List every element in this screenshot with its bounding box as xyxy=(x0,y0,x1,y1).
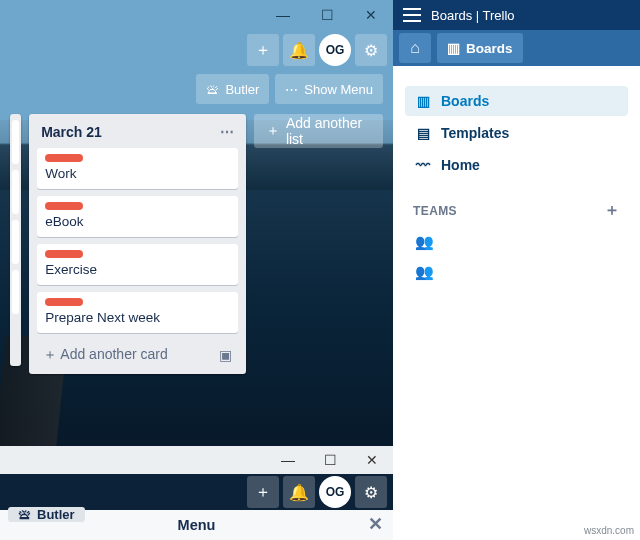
card-partial[interactable] xyxy=(12,220,19,264)
sidebar-item-label: Boards xyxy=(441,93,489,109)
card-partial[interactable] xyxy=(12,120,19,164)
card-title: Exercise xyxy=(45,262,230,277)
add-button[interactable]: ＋ xyxy=(247,34,279,66)
list-menu-button[interactable]: ⋯ xyxy=(220,124,234,140)
add-card-row: ＋ Add another card ▣ xyxy=(37,340,238,366)
card-partial[interactable] xyxy=(12,270,19,314)
boards-icon: ▥ xyxy=(415,93,431,109)
add-team-button[interactable]: ＋ xyxy=(604,200,620,221)
card-template-button[interactable]: ▣ xyxy=(219,347,232,363)
list-march-21: March 21 ⋯ Work eBook Exercise Prepare N… xyxy=(29,114,246,374)
show-menu-label: Show Menu xyxy=(304,82,373,97)
maximize-button[interactable]: ☐ xyxy=(305,0,349,30)
board-canvas[interactable]: March 21 ⋯ Work eBook Exercise Prepare N… xyxy=(0,108,393,380)
team-icon: 👥 xyxy=(415,233,434,250)
window-title: Boards | Trello xyxy=(431,8,515,23)
settings-button[interactable]: ⚙ xyxy=(355,34,387,66)
robot-icon: 🛎 xyxy=(18,507,31,522)
boards-icon: ▥ xyxy=(447,40,460,56)
card[interactable]: eBook xyxy=(37,196,238,237)
card-label-red[interactable] xyxy=(45,202,83,210)
sidebar-item-label: Home xyxy=(441,157,480,173)
notifications-button[interactable]: 🔔 xyxy=(283,476,315,508)
team-icon: 👥 xyxy=(415,263,434,280)
second-window: — ☐ ✕ ＋ 🔔 OG ⚙ 🛎 Butler Menu ✕ xyxy=(0,446,393,540)
minimize-button[interactable]: — xyxy=(261,0,305,30)
card-title: Prepare Next week xyxy=(45,310,230,325)
card-label-red[interactable] xyxy=(45,154,83,162)
butler-label: Butler xyxy=(37,507,75,522)
boards-nav-label: Boards xyxy=(466,41,513,56)
close-menu-button[interactable]: ✕ xyxy=(368,513,383,535)
add-card-button[interactable]: ＋ Add another card xyxy=(43,346,168,364)
home-icon: ⌂ xyxy=(410,39,420,57)
add-list-button[interactable]: ＋ Add another list xyxy=(254,114,383,148)
sidebar-item-home[interactable]: 〰 Home xyxy=(405,150,628,180)
sidebar-item-boards[interactable]: ▥ Boards xyxy=(405,86,628,116)
close-button[interactable]: ✕ xyxy=(351,446,393,474)
boards-nav-button[interactable]: ▥ Boards xyxy=(437,33,523,63)
boards-sidebar-window: Boards | Trello ⌂ ▥ Boards ▥ Boards ▤ Te… xyxy=(393,0,640,540)
card-title: Work xyxy=(45,166,230,181)
card-partial[interactable] xyxy=(12,170,19,214)
butler-button[interactable]: 🛎 Butler xyxy=(196,74,269,104)
teams-header: TEAMS ＋ xyxy=(405,182,628,227)
templates-icon: ▤ xyxy=(415,125,431,141)
team-item[interactable]: 👥 xyxy=(405,227,628,257)
butler-button[interactable]: 🛎 Butler xyxy=(8,507,85,522)
add-list-label: Add another list xyxy=(286,115,371,147)
sidebar-item-templates[interactable]: ▤ Templates xyxy=(405,118,628,148)
pulse-icon: 〰 xyxy=(415,157,431,173)
show-menu-button[interactable]: ⋯ Show Menu xyxy=(275,74,383,104)
home-nav-button[interactable]: ⌂ xyxy=(399,33,431,63)
card[interactable]: Prepare Next week xyxy=(37,292,238,333)
user-avatar[interactable]: OG xyxy=(319,476,351,508)
plus-icon: ＋ xyxy=(266,122,280,140)
menu-panel-header: 🛎 Butler Menu ✕ xyxy=(0,510,393,540)
minimize-button[interactable]: — xyxy=(267,446,309,474)
window-titlebar: Boards | Trello xyxy=(393,0,640,30)
add-button[interactable]: ＋ xyxy=(247,476,279,508)
board-header: ＋ 🔔 OG ⚙ xyxy=(0,30,393,70)
watermark: wsxdn.com xyxy=(584,525,634,536)
prev-list-partial[interactable] xyxy=(10,114,21,366)
card-label-red[interactable] xyxy=(45,298,83,306)
card-title: eBook xyxy=(45,214,230,229)
bell-icon: 🔔 xyxy=(289,483,309,502)
nav-bar: ⌂ ▥ Boards xyxy=(393,30,640,66)
notifications-button[interactable]: 🔔 xyxy=(283,34,315,66)
close-button[interactable]: ✕ xyxy=(349,0,393,30)
window-titlebar: — ☐ ✕ xyxy=(0,446,393,474)
user-avatar[interactable]: OG xyxy=(319,34,351,66)
board-header: ＋ 🔔 OG ⚙ xyxy=(0,474,393,510)
teams-header-label: TEAMS xyxy=(413,204,457,218)
settings-button[interactable]: ⚙ xyxy=(355,476,387,508)
card-label-red[interactable] xyxy=(45,250,83,258)
butler-label: Butler xyxy=(225,82,259,97)
gear-icon: ⚙ xyxy=(364,483,378,502)
ellipsis-icon: ⋯ xyxy=(285,82,298,97)
robot-icon: 🛎 xyxy=(206,82,219,97)
board-subheader: 🛎 Butler ⋯ Show Menu xyxy=(0,70,393,108)
hamburger-menu-button[interactable] xyxy=(403,8,421,22)
bell-icon: 🔔 xyxy=(289,41,309,60)
maximize-button[interactable]: ☐ xyxy=(309,446,351,474)
gear-icon: ⚙ xyxy=(364,41,378,60)
list-header: March 21 ⋯ xyxy=(37,122,238,148)
list-title[interactable]: March 21 xyxy=(41,124,102,140)
team-item[interactable]: 👥 xyxy=(405,257,628,287)
window-titlebar: — ☐ ✕ xyxy=(0,0,393,30)
card[interactable]: Work xyxy=(37,148,238,189)
sidebar-body: ▥ Boards ▤ Templates 〰 Home TEAMS ＋ 👥 👥 xyxy=(393,66,640,297)
trello-board-window: — ☐ ✕ ＋ 🔔 OG ⚙ 🛎 Butler ⋯ Show Menu Marc… xyxy=(0,0,393,446)
card[interactable]: Exercise xyxy=(37,244,238,285)
menu-title: Menu xyxy=(178,517,216,533)
sidebar-item-label: Templates xyxy=(441,125,509,141)
